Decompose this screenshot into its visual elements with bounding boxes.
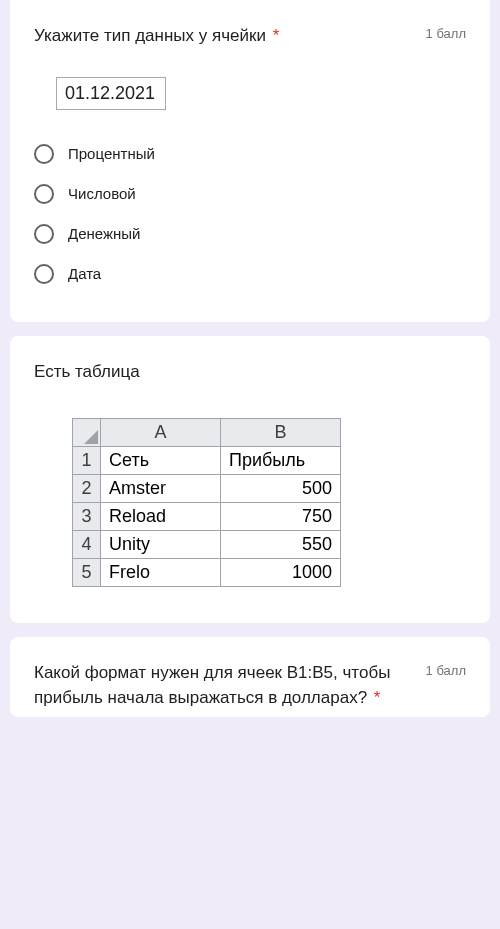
cell-a: Amster (101, 475, 221, 503)
spreadsheet: A B 1 Сеть Прибыль 2 Amster 500 3 Reload… (34, 404, 466, 595)
table-row: 4 Unity 550 (73, 531, 341, 559)
option-label: Денежный (68, 225, 140, 242)
radio-option-3[interactable]: Дата (34, 254, 466, 294)
question-title: Какой формат нужен для ячеек B1:B5, чтоб… (34, 661, 426, 710)
question-points: 1 балл (426, 24, 466, 41)
cell-a: Frelo (101, 559, 221, 587)
radio-option-1[interactable]: Числовой (34, 174, 466, 214)
option-label: Процентный (68, 145, 155, 162)
row-header: 2 (73, 475, 101, 503)
radio-option-2[interactable]: Денежный (34, 214, 466, 254)
row-header: 4 (73, 531, 101, 559)
question-title: Укажите тип данных у ячейки * (34, 24, 426, 49)
question-card-1: Укажите тип данных у ячейки * 1 балл 01.… (10, 0, 490, 322)
required-mark: * (273, 26, 280, 45)
cell-b: 1000 (221, 559, 341, 587)
radio-icon (34, 264, 54, 284)
question-title-text: Какой формат нужен для ячеек B1:B5, чтоб… (34, 663, 390, 707)
question-card-2: Какой формат нужен для ячеек B1:B5, чтоб… (10, 637, 490, 716)
radio-icon (34, 224, 54, 244)
cell-a: Сеть (101, 447, 221, 475)
col-header-b: B (221, 419, 341, 447)
info-card: Есть таблица A B 1 Сеть Прибыль 2 Amster… (10, 336, 490, 624)
row-header: 5 (73, 559, 101, 587)
row-header: 3 (73, 503, 101, 531)
cell-b: Прибыль (221, 447, 341, 475)
question-title-text: Укажите тип данных у ячейки (34, 26, 266, 45)
table-row: 3 Reload 750 (73, 503, 341, 531)
table-row: 1 Сеть Прибыль (73, 447, 341, 475)
radio-icon (34, 184, 54, 204)
cell-a: Reload (101, 503, 221, 531)
required-mark: * (374, 688, 381, 707)
cell-b: 500 (221, 475, 341, 503)
radio-icon (34, 144, 54, 164)
row-header: 1 (73, 447, 101, 475)
cell-b: 750 (221, 503, 341, 531)
radio-option-0[interactable]: Процентный (34, 134, 466, 174)
question-header: Какой формат нужен для ячеек B1:B5, чтоб… (34, 661, 466, 710)
col-header-a: A (101, 419, 221, 447)
table-row: 2 Amster 500 (73, 475, 341, 503)
col-header-row: A B (73, 419, 341, 447)
cell-a: Unity (101, 531, 221, 559)
question-header: Укажите тип данных у ячейки * 1 балл (34, 24, 466, 49)
info-title: Есть таблица (34, 360, 466, 385)
table-row: 5 Frelo 1000 (73, 559, 341, 587)
question-points: 1 балл (426, 661, 466, 678)
cell-b: 550 (221, 531, 341, 559)
sheet-corner-icon (73, 419, 101, 447)
option-label: Числовой (68, 185, 136, 202)
option-label: Дата (68, 265, 101, 282)
cell-sample: 01.12.2021 (56, 77, 166, 110)
spreadsheet-table: A B 1 Сеть Прибыль 2 Amster 500 3 Reload… (72, 418, 341, 587)
